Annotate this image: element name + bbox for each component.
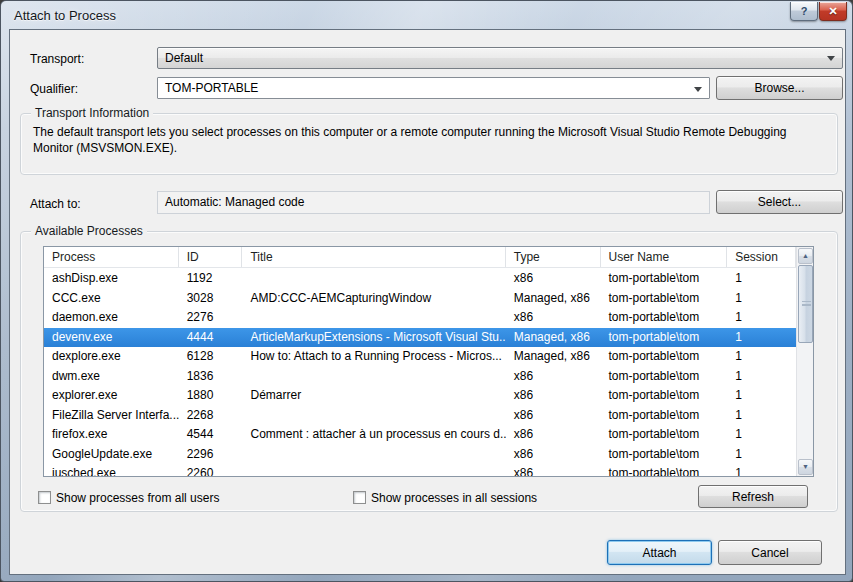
- cell-session: 1: [727, 289, 796, 308]
- cell-session: 1: [727, 425, 796, 444]
- show-all-users-label[interactable]: Show processes from all users: [56, 491, 219, 505]
- scrollbar-down-button[interactable]: ▼: [798, 459, 813, 475]
- cell-session: 1: [727, 406, 796, 425]
- help-icon: ?: [801, 5, 808, 17]
- process-row[interactable]: explorer.exe1880Démarrerx86tom-portable\…: [44, 386, 796, 406]
- cell-type: Managed, x86: [506, 347, 601, 366]
- cell-session: 1: [727, 269, 796, 288]
- qualifier-label: Qualifier:: [30, 82, 78, 96]
- cell-id: 4544: [179, 425, 243, 444]
- cell-type: x86: [506, 386, 601, 405]
- titlebar[interactable]: Attach to Process ? ✕: [1, 1, 852, 29]
- column-header-process[interactable]: Process: [44, 247, 179, 267]
- show-all-sessions-checkbox[interactable]: [353, 491, 366, 504]
- process-row[interactable]: CCC.exe3028AMD:CCC-AEMCapturingWindowMan…: [44, 289, 796, 309]
- cell-id: 1192: [179, 269, 243, 288]
- cell-process: dexplore.exe: [44, 347, 179, 366]
- cell-user-name: tom-portable\tom: [601, 328, 728, 347]
- cell-session: 1: [727, 464, 796, 476]
- cell-id: 6128: [179, 347, 243, 366]
- cell-process: FileZilla Server Interfa...: [44, 406, 179, 425]
- cell-process: devenv.exe: [44, 328, 179, 347]
- scrollbar-thumb[interactable]: [798, 265, 813, 343]
- cell-process: jusched.exe: [44, 464, 179, 476]
- cell-title: How to: Attach to a Running Process - Mi…: [242, 347, 505, 366]
- column-header-id[interactable]: ID: [179, 247, 243, 267]
- cell-user-name: tom-portable\tom: [601, 445, 728, 464]
- cell-title: ArticleMarkupExtensions - Microsoft Visu…: [242, 328, 505, 347]
- cell-id: 1836: [179, 367, 243, 386]
- cell-type: x86: [506, 367, 601, 386]
- cell-session: 1: [727, 445, 796, 464]
- qualifier-value: TOM-PORTABLE: [165, 81, 258, 95]
- column-header-title[interactable]: Title: [242, 247, 505, 267]
- available-processes-group: Available Processes ProcessIDTitleTypeUs…: [20, 231, 838, 512]
- window-title: Attach to Process: [14, 8, 116, 23]
- close-icon: ✕: [828, 5, 837, 17]
- cancel-button[interactable]: Cancel: [718, 540, 822, 565]
- column-header-user-name[interactable]: User Name: [601, 247, 728, 267]
- cell-id: 2276: [179, 308, 243, 327]
- attach-to-process-dialog: Attach to Process ? ✕ Transport: Default…: [0, 0, 853, 582]
- column-header-type[interactable]: Type: [506, 247, 601, 267]
- cell-id: 2296: [179, 445, 243, 464]
- transport-info-text: The default transport lets you select pr…: [33, 124, 829, 156]
- process-row[interactable]: ashDisp.exe1192x86tom-portable\tom1: [44, 269, 796, 289]
- chevron-down-icon: [827, 56, 835, 61]
- cell-user-name: tom-portable\tom: [601, 269, 728, 288]
- show-all-users-checkbox[interactable]: [38, 491, 51, 504]
- cell-type: x86: [506, 445, 601, 464]
- select-button[interactable]: Select...: [716, 190, 843, 214]
- process-row[interactable]: devenv.exe4444ArticleMarkupExtensions - …: [44, 328, 796, 348]
- transport-info-title: Transport Information: [31, 106, 153, 120]
- attach-to-field[interactable]: Automatic: Managed code: [157, 191, 710, 214]
- attach-button[interactable]: Attach: [607, 540, 712, 565]
- cell-id: 1880: [179, 386, 243, 405]
- process-table-header: ProcessIDTitleTypeUser NameSession: [44, 247, 796, 268]
- transport-info-group: Transport Information The default transp…: [20, 113, 838, 175]
- column-header-session[interactable]: Session: [727, 247, 796, 267]
- cell-id: 2268: [179, 406, 243, 425]
- help-button[interactable]: ?: [790, 2, 818, 21]
- cell-process: daemon.exe: [44, 308, 179, 327]
- cell-title: AMD:CCC-AEMCapturingWindow: [242, 289, 505, 308]
- cell-type: x86: [506, 269, 601, 288]
- process-row[interactable]: GoogleUpdate.exe2296x86tom-portable\tom1: [44, 445, 796, 465]
- browse-button[interactable]: Browse...: [716, 76, 843, 100]
- vertical-scrollbar[interactable]: ▲ ▼: [796, 247, 813, 476]
- cell-session: 1: [727, 308, 796, 327]
- show-all-sessions-label[interactable]: Show processes in all sessions: [371, 491, 537, 505]
- cell-type: x86: [506, 464, 601, 476]
- cell-user-name: tom-portable\tom: [601, 425, 728, 444]
- process-row[interactable]: jusched.exe2260x86tom-portable\tom1: [44, 464, 796, 476]
- dialog-body: Transport: Default Qualifier: TOM-PORTAB…: [9, 29, 846, 575]
- cell-user-name: tom-portable\tom: [601, 347, 728, 366]
- scrollbar-up-button[interactable]: ▲: [798, 248, 813, 264]
- cell-process: firefox.exe: [44, 425, 179, 444]
- cell-session: 1: [727, 328, 796, 347]
- process-row[interactable]: dwm.exe1836x86tom-portable\tom1: [44, 367, 796, 387]
- close-button[interactable]: ✕: [819, 2, 847, 21]
- process-row[interactable]: FileZilla Server Interfa...2268x86tom-po…: [44, 406, 796, 426]
- cell-user-name: tom-portable\tom: [601, 464, 728, 476]
- refresh-button[interactable]: Refresh: [698, 485, 808, 508]
- qualifier-combobox[interactable]: TOM-PORTABLE: [157, 77, 710, 99]
- cell-id: 4444: [179, 328, 243, 347]
- cell-type: x86: [506, 308, 601, 327]
- attach-to-value: Automatic: Managed code: [165, 195, 304, 209]
- cell-session: 1: [727, 386, 796, 405]
- process-table-rows: ashDisp.exe1192x86tom-portable\tom1CCC.e…: [44, 269, 796, 476]
- process-row[interactable]: daemon.exe2276x86tom-portable\tom1: [44, 308, 796, 328]
- transport-dropdown[interactable]: Default: [157, 47, 843, 69]
- attach-to-label: Attach to:: [30, 197, 81, 211]
- cell-title: Démarrer: [242, 386, 505, 405]
- cell-process: dwm.exe: [44, 367, 179, 386]
- cell-type: Managed, x86: [506, 328, 601, 347]
- cell-user-name: tom-portable\tom: [601, 406, 728, 425]
- cell-process: explorer.exe: [44, 386, 179, 405]
- scrollbar-grip-icon: [802, 301, 811, 306]
- process-row[interactable]: firefox.exe4544Comment : attacher à un p…: [44, 425, 796, 445]
- cell-user-name: tom-portable\tom: [601, 289, 728, 308]
- cell-type: x86: [506, 425, 601, 444]
- process-row[interactable]: dexplore.exe6128How to: Attach to a Runn…: [44, 347, 796, 367]
